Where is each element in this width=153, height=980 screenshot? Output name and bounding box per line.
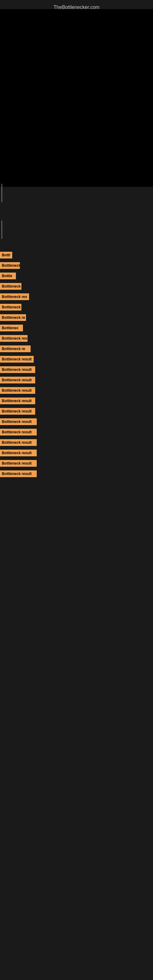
vertical-line-left <box>2 184 2 202</box>
result-item-7: Bottleneck re <box>0 313 153 321</box>
result-item-15: Bottleneck result <box>0 397 153 405</box>
result-label-21[interactable]: Bottleneck result <box>0 460 37 467</box>
result-item-4: Bottleneck <box>0 282 153 290</box>
result-item-2: Bottleneck <box>0 261 153 269</box>
result-label-14[interactable]: Bottleneck result <box>0 387 35 394</box>
result-label-16[interactable]: Bottleneck result <box>0 408 35 415</box>
result-label-10[interactable]: Bottleneck re <box>0 345 30 352</box>
result-label-22[interactable]: Bottleneck result <box>0 470 37 477</box>
result-label-13[interactable]: Bottleneck result <box>0 377 35 383</box>
result-item-3: Bottle <box>0 272 153 280</box>
result-label-8[interactable]: Bottlenec <box>0 325 23 331</box>
result-label-5[interactable]: Bottleneck res <box>0 293 29 300</box>
result-label-19[interactable]: Bottleneck result <box>0 439 37 446</box>
result-item-12: Bottleneck result <box>0 366 153 374</box>
result-item-20: Bottleneck result <box>0 449 153 457</box>
result-item-11: Bottleneck result <box>0 355 153 363</box>
result-item-16: Bottleneck result <box>0 407 153 415</box>
vertical-line-left2 <box>2 221 2 239</box>
result-item-17: Bottleneck result <box>0 418 153 426</box>
result-label-1[interactable]: Bottl <box>0 252 12 258</box>
result-label-12[interactable]: Bottleneck result <box>0 366 35 373</box>
result-item-19: Bottleneck result <box>0 439 153 447</box>
result-item-5: Bottleneck res <box>0 293 153 301</box>
result-label-18[interactable]: Bottleneck result <box>0 429 37 436</box>
result-item-21: Bottleneck result <box>0 460 153 467</box>
result-item-13: Bottleneck result <box>0 376 153 384</box>
result-item-1: Bottl <box>0 251 153 259</box>
result-item-22: Bottleneck result <box>0 470 153 478</box>
result-label-7[interactable]: Bottleneck re <box>0 314 26 321</box>
result-item-10: Bottleneck re <box>0 345 153 353</box>
result-label-20[interactable]: Bottleneck result <box>0 450 37 456</box>
result-label-17[interactable]: Bottleneck result <box>0 418 37 425</box>
result-label-2[interactable]: Bottleneck <box>0 262 20 269</box>
results-container: BottlBottleneckBottleBottleneckBottlenec… <box>0 251 153 480</box>
result-label-15[interactable]: Bottleneck result <box>0 398 35 404</box>
result-label-4[interactable]: Bottleneck <box>0 283 21 290</box>
result-item-8: Bottlenec <box>0 324 153 332</box>
result-label-9[interactable]: Bottleneck resu <box>0 335 27 342</box>
result-item-14: Bottleneck result <box>0 387 153 395</box>
chart-area <box>0 9 153 187</box>
result-label-3[interactable]: Bottle <box>0 272 16 279</box>
result-item-18: Bottleneck result <box>0 428 153 436</box>
result-item-6: Bottleneck <box>0 303 153 311</box>
result-label-6[interactable]: Bottleneck <box>0 304 21 310</box>
result-item-9: Bottleneck resu <box>0 334 153 342</box>
result-label-11[interactable]: Bottleneck result <box>0 356 33 363</box>
